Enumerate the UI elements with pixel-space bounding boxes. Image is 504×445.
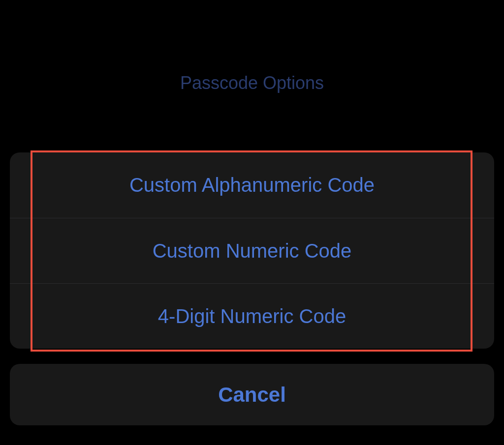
passcode-options-group: Custom Alphanumeric Code Custom Numeric … (10, 152, 494, 349)
option-custom-numeric[interactable]: Custom Numeric Code (10, 218, 494, 283)
cancel-button[interactable]: Cancel (10, 364, 494, 425)
options-inner: Custom Alphanumeric Code Custom Numeric … (10, 152, 494, 349)
option-label: 4-Digit Numeric Code (158, 305, 346, 327)
sheet-title: Passcode Options (0, 73, 504, 93)
option-label: Custom Numeric Code (153, 240, 352, 262)
option-label: Custom Alphanumeric Code (129, 174, 375, 196)
option-custom-alphanumeric[interactable]: Custom Alphanumeric Code (10, 152, 494, 218)
cancel-label: Cancel (218, 383, 286, 407)
option-4-digit-numeric[interactable]: 4-Digit Numeric Code (10, 283, 494, 349)
